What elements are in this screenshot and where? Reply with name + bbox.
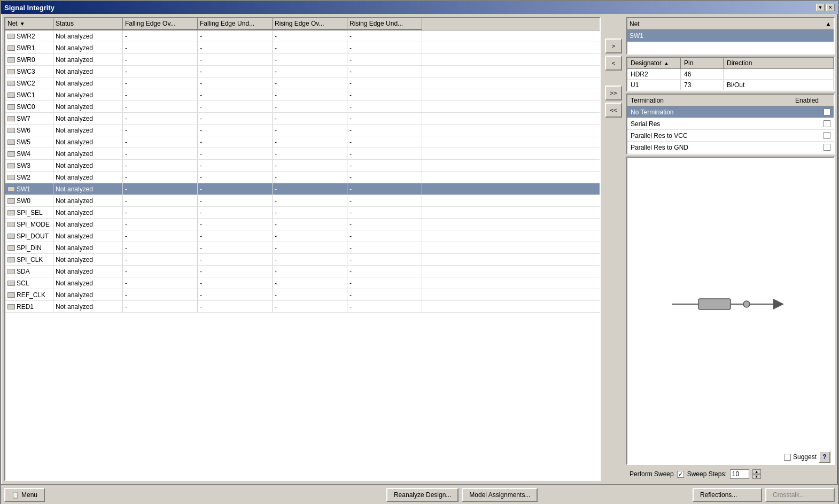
table-row[interactable]: REF_CLK Not analyzed - - - - (5, 289, 600, 301)
table-row[interactable]: SW4 Not analyzed - - - - (5, 148, 600, 160)
table-row[interactable]: SW2 Not analyzed - - - - (5, 172, 600, 183)
net-icon (7, 304, 15, 309)
crosstalk-button[interactable]: Crosstalk... (765, 488, 835, 502)
term-checkbox[interactable] (824, 144, 830, 151)
th-falling-edge-und[interactable]: Falling Edge Und... (198, 18, 273, 30)
th-pin[interactable]: Pin (681, 58, 724, 68)
table-row[interactable]: SCL Not analyzed - - - - (5, 277, 600, 289)
sweep-steps-input[interactable] (730, 469, 749, 479)
reflections-button[interactable]: Reflections... (693, 488, 762, 502)
help-button[interactable]: ? (819, 451, 830, 463)
reanalyze-button[interactable]: Reanalyze Design... (386, 488, 459, 502)
net-table-panel: Net ▼ Status Falling Edge Ov... Falling … (4, 17, 601, 481)
close-button[interactable]: ✕ (826, 4, 835, 11)
td-reo: - (273, 172, 347, 183)
net-icon (7, 269, 15, 274)
td-feo: - (123, 219, 198, 230)
td-status: Not analyzed (53, 183, 123, 195)
table-row[interactable]: SPI_DOUT Not analyzed - - - - (5, 230, 600, 242)
th-rising-edge-ov[interactable]: Rising Edge Ov... (273, 18, 347, 30)
table-row[interactable]: SWC2 Not analyzed - - - - (5, 77, 600, 89)
net-section: Net ▲ SW1 (626, 17, 835, 55)
table-row[interactable]: SPI_DIN Not analyzed - - - - (5, 242, 600, 254)
net-sort-icon[interactable]: ▼ (20, 21, 25, 27)
table-row[interactable]: SW1 Not analyzed - - - - (5, 183, 600, 195)
table-row[interactable]: SWR1 Not analyzed - - - - (5, 42, 600, 54)
next-all-button[interactable]: >> (605, 86, 622, 100)
table-row[interactable]: SW3 Not analyzed - - - - (5, 160, 600, 172)
td-feu: - (198, 125, 273, 136)
term-checkbox[interactable] (824, 132, 830, 139)
td-feu: - (198, 136, 273, 148)
table-row[interactable]: SWC1 Not analyzed - - - - (5, 89, 600, 101)
table-row[interactable]: SWR2 Not analyzed - - - - (5, 30, 600, 42)
net-icon (7, 92, 15, 98)
desig-sort: ▲ (664, 60, 669, 66)
table-row[interactable]: SW7 Not analyzed - - - - (5, 113, 600, 125)
td-status: Not analyzed (53, 101, 123, 112)
net-icon (7, 163, 15, 168)
td-feu: - (198, 277, 273, 289)
td-net: SW5 (5, 136, 53, 148)
model-assignments-button[interactable]: Model Assignments... (462, 488, 538, 502)
table-row[interactable]: SWR0 Not analyzed - - - - (5, 54, 600, 66)
table-row[interactable]: SPI_MODE Not analyzed - - - - (5, 219, 600, 230)
table-row[interactable]: SW6 Not analyzed - - - - (5, 125, 600, 136)
selected-net-row[interactable]: SW1 (627, 30, 834, 42)
table-row[interactable]: RED1 Not analyzed - - - - (5, 301, 600, 313)
sweep-checkbox[interactable] (677, 471, 684, 478)
table-row[interactable]: SW5 Not analyzed - - - - (5, 136, 600, 148)
td-feo: - (123, 195, 198, 206)
td-feo: - (123, 66, 198, 77)
selected-net-label: SW1 (630, 32, 643, 40)
td-feo: - (123, 42, 198, 53)
td-feo: - (123, 101, 198, 112)
term-checkbox[interactable] (824, 108, 830, 115)
th-rising-edge-und[interactable]: Rising Edge Und... (347, 18, 422, 30)
td-reu: - (347, 66, 422, 77)
td-status: Not analyzed (53, 160, 123, 171)
table-row[interactable]: SPI_SEL Not analyzed - - - - (5, 207, 600, 219)
td-reo: - (273, 160, 347, 171)
dtd-pin: 46 (681, 69, 724, 79)
table-row[interactable]: SPI_CLK Not analyzed - - - - (5, 254, 600, 266)
term-checkbox[interactable] (824, 120, 830, 127)
next-button[interactable]: > (605, 38, 622, 53)
td-feo: - (123, 160, 198, 171)
td-status: Not analyzed (53, 172, 123, 183)
td-reu: - (347, 89, 422, 100)
td-reu: - (347, 160, 422, 171)
menu-button[interactable]: 📋 Menu (4, 488, 45, 502)
prev-all-button[interactable]: << (605, 103, 622, 118)
net-section-label: Net (630, 20, 640, 28)
net-sort-icon: ▲ (825, 20, 832, 28)
termination-row[interactable]: Serial Res (627, 118, 834, 130)
suggest-checkbox[interactable] (784, 454, 791, 461)
td-status: Not analyzed (53, 148, 123, 159)
termination-row[interactable]: Parallel Res to VCC (627, 130, 834, 142)
designator-body: HDR2 46 U1 73 Bi/Out (627, 69, 834, 90)
termination-row[interactable]: Parallel Res to GND (627, 142, 834, 153)
td-feu: - (198, 77, 273, 89)
table-body[interactable]: SWR2 Not analyzed - - - - SWR1 Not analy… (5, 30, 600, 480)
td-reu: - (347, 54, 422, 65)
designator-row[interactable]: HDR2 46 (627, 69, 834, 80)
th-falling-edge-ov[interactable]: Falling Edge Ov... (123, 18, 198, 30)
termination-row[interactable]: No Termination (627, 106, 834, 118)
td-status: Not analyzed (53, 195, 123, 206)
prev-button[interactable]: < (605, 56, 622, 71)
td-feu: - (198, 254, 273, 265)
th-direction[interactable]: Direction (724, 58, 834, 68)
th-net[interactable]: Net ▼ (5, 18, 53, 30)
sweep-down-button[interactable]: ▼ (752, 474, 761, 479)
sweep-up-button[interactable]: ▲ (752, 469, 761, 474)
pin-button[interactable]: ▼ (816, 4, 825, 11)
table-row[interactable]: SWC3 Not analyzed - - - - (5, 66, 600, 77)
table-row[interactable]: SWC0 Not analyzed - - - - (5, 101, 600, 113)
table-row[interactable]: SW0 Not analyzed - - - - (5, 195, 600, 207)
th-designator[interactable]: Designator ▲ (627, 58, 681, 68)
th-status[interactable]: Status (53, 18, 123, 30)
td-reo: - (273, 125, 347, 136)
designator-row[interactable]: U1 73 Bi/Out (627, 80, 834, 90)
table-row[interactable]: SDA Not analyzed - - - - (5, 266, 600, 277)
